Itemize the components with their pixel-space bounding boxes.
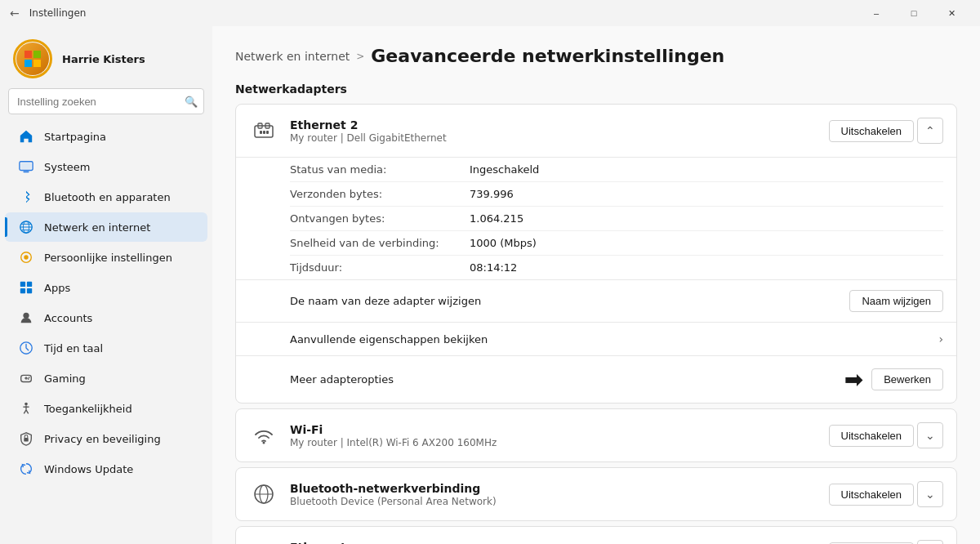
sidebar-item-privacy[interactable]: Privacy en beveiliging bbox=[5, 424, 207, 453]
adapter-info-wifi: Wi-Fi My router | Intel(R) Wi-Fi 6 AX200… bbox=[290, 423, 817, 448]
sidebar-item-tijd[interactable]: Tijd en taal bbox=[5, 333, 207, 363]
minimize-button[interactable]: – bbox=[858, 0, 895, 26]
detail-row: Snelheid van de verbinding: 1000 (Mbps) bbox=[290, 231, 943, 256]
action-row-meer-opties: Meer adapteropties ➡ Bewerken bbox=[236, 355, 956, 403]
detail-value: 1.064.215 bbox=[470, 212, 523, 225]
bluetooth-icon bbox=[18, 189, 34, 205]
sidebar-item-gaming[interactable]: Gaming bbox=[5, 363, 207, 393]
sidebar-item-systeem[interactable]: Systeem bbox=[5, 152, 207, 181]
svg-line-29 bbox=[26, 410, 29, 414]
action-label-eigenschappen: Aanvullende eigenschappen bekijken bbox=[290, 333, 938, 346]
action-row-eigenschappen[interactable]: Aanvullende eigenschappen bekijken › bbox=[236, 322, 956, 355]
adapter-card-wifi: Wi-Fi My router | Intel(R) Wi-Fi 6 AX200… bbox=[235, 408, 957, 462]
detail-value: 1000 (Mbps) bbox=[470, 237, 537, 249]
adapter-header-ethernet2: Ethernet 2 My router | Dell GigabitEther… bbox=[236, 105, 956, 157]
sidebar-item-label: Netwerk en internet bbox=[44, 221, 150, 234]
breadcrumb-separator: > bbox=[356, 51, 364, 62]
expand-button-bluetooth-net[interactable]: ⌄ bbox=[917, 481, 943, 507]
maximize-button[interactable]: □ bbox=[895, 0, 933, 26]
ethernet-icon bbox=[252, 119, 275, 142]
sidebar-item-label: Bluetooth en apparaten bbox=[44, 191, 171, 203]
systeem-icon bbox=[18, 158, 34, 175]
svg-rect-35 bbox=[263, 131, 265, 134]
sidebar-item-persoonlijk[interactable]: Persoonlijke instellingen bbox=[5, 243, 207, 272]
bluetooth-network-icon bbox=[252, 483, 275, 506]
toegankelijkheid-icon bbox=[18, 400, 34, 417]
sidebar: Harrie Kisters 🔍 Startpagina Systeem Blu… bbox=[0, 26, 212, 544]
action-row-naam-wijzigen: De naam van deze adapter wijzigen Naam w… bbox=[236, 279, 956, 322]
expand-button-ethernet2[interactable]: ⌃ bbox=[917, 118, 943, 144]
bewerken-button[interactable]: Bewerken bbox=[871, 368, 943, 390]
expand-button-ethernet[interactable]: ⌄ bbox=[917, 540, 943, 544]
svg-rect-14 bbox=[20, 282, 25, 287]
uitschakelen-button-wifi[interactable]: Uitschakelen bbox=[829, 425, 914, 447]
close-button[interactable]: ✕ bbox=[933, 0, 970, 26]
netwerk-icon bbox=[18, 219, 34, 235]
expand-button-wifi[interactable]: ⌄ bbox=[917, 422, 943, 448]
search-icon: 🔍 bbox=[185, 96, 198, 108]
sidebar-item-accounts[interactable]: Accounts bbox=[5, 303, 207, 332]
uitschakelen-button-bluetooth-net[interactable]: Uitschakelen bbox=[829, 484, 914, 506]
naam-wijzigen-button[interactable]: Naam wijzigen bbox=[849, 290, 943, 312]
tijd-icon bbox=[18, 340, 34, 356]
window-controls: – □ ✕ bbox=[858, 0, 970, 26]
svg-point-25 bbox=[24, 403, 28, 406]
adapter-card-bluetooth-net: Bluetooth-netwerkverbinding Bluetooth De… bbox=[235, 467, 957, 521]
sidebar-item-label: Privacy en beveiliging bbox=[44, 433, 161, 445]
breadcrumb-parent: Netwerk en internet bbox=[235, 50, 350, 63]
detail-label: Ontvangen bytes: bbox=[290, 212, 470, 225]
chevron-right-icon: › bbox=[938, 332, 943, 346]
sidebar-item-startpagina[interactable]: Startpagina bbox=[5, 122, 207, 151]
sidebar-item-netwerk[interactable]: Netwerk en internet bbox=[5, 212, 207, 242]
sidebar-item-label: Tijd en taal bbox=[44, 342, 103, 354]
svg-rect-16 bbox=[20, 288, 25, 293]
adapter-card-ethernet2: Ethernet 2 My router | Dell GigabitEther… bbox=[235, 104, 957, 404]
user-profile[interactable]: Harrie Kisters bbox=[0, 26, 212, 88]
adapter-desc-wifi: My router | Intel(R) Wi-Fi 6 AX200 160MH… bbox=[290, 437, 817, 448]
adapter-name-bluetooth-net: Bluetooth-netwerkverbinding bbox=[290, 482, 817, 495]
detail-label: Tijdsduur: bbox=[290, 261, 470, 274]
adapter-icon-ethernet bbox=[249, 538, 278, 544]
svg-rect-3 bbox=[33, 60, 41, 67]
svg-rect-2 bbox=[24, 60, 32, 67]
adapters-list: Ethernet 2 My router | Dell GigabitEther… bbox=[235, 104, 957, 544]
sidebar-item-bluetooth[interactable]: Bluetooth en apparaten bbox=[5, 182, 207, 212]
adapter-info-bluetooth-net: Bluetooth-netwerkverbinding Bluetooth De… bbox=[290, 482, 817, 507]
detail-row: Verzonden bytes: 739.996 bbox=[290, 182, 943, 207]
section-title: Netwerkadapters bbox=[235, 82, 957, 96]
sidebar-item-update[interactable]: Windows Update bbox=[5, 454, 207, 484]
adapter-actions-bluetooth-net: Uitschakelen ⌄ bbox=[829, 481, 943, 507]
sidebar-item-apps[interactable]: Apps bbox=[5, 273, 207, 302]
svg-rect-6 bbox=[21, 163, 32, 169]
svg-point-18 bbox=[23, 313, 29, 319]
avatar bbox=[16, 42, 49, 75]
back-icon[interactable]: ← bbox=[10, 7, 20, 20]
uitschakelen-button-ethernet2[interactable]: Uitschakelen bbox=[829, 120, 914, 142]
svg-line-28 bbox=[24, 410, 26, 414]
adapter-header-bluetooth-net: Bluetooth-netwerkverbinding Bluetooth De… bbox=[236, 468, 956, 520]
adapter-header-wifi: Wi-Fi My router | Intel(R) Wi-Fi 6 AX200… bbox=[236, 409, 956, 462]
adapter-desc-bluetooth-net: Bluetooth Device (Personal Area Network) bbox=[290, 496, 817, 507]
sidebar-item-label: Windows Update bbox=[44, 463, 133, 475]
detail-row: Ontvangen bytes: 1.064.215 bbox=[290, 207, 943, 231]
windows-logo-icon bbox=[23, 49, 42, 69]
sidebar-item-toegankelijkheid[interactable]: Toegankelijkheid bbox=[5, 394, 207, 423]
gaming-icon bbox=[18, 370, 34, 386]
search-input[interactable] bbox=[8, 88, 204, 114]
detail-row: Tijdsduur: 08:14:12 bbox=[290, 256, 943, 279]
adapter-name-ethernet: Ethernet bbox=[290, 541, 817, 545]
sidebar-item-label: Toegankelijkheid bbox=[44, 403, 132, 415]
detail-label: Verzonden bytes: bbox=[290, 188, 470, 200]
detail-row: Status van media: Ingeschakeld bbox=[290, 158, 943, 182]
svg-rect-17 bbox=[27, 288, 32, 293]
svg-point-24 bbox=[28, 378, 29, 380]
svg-rect-1 bbox=[33, 51, 41, 58]
privacy-icon bbox=[18, 430, 34, 447]
svg-rect-30 bbox=[24, 438, 28, 442]
adapter-icon-ethernet2 bbox=[249, 116, 278, 145]
user-name: Harrie Kisters bbox=[62, 53, 145, 65]
main-content: Netwerk en internet > Geavanceerde netwe… bbox=[212, 26, 980, 544]
big-arrow-icon: ➡ bbox=[844, 366, 863, 393]
svg-rect-36 bbox=[266, 131, 269, 134]
nav-list: Startpagina Systeem Bluetooth en apparat… bbox=[0, 121, 212, 484]
